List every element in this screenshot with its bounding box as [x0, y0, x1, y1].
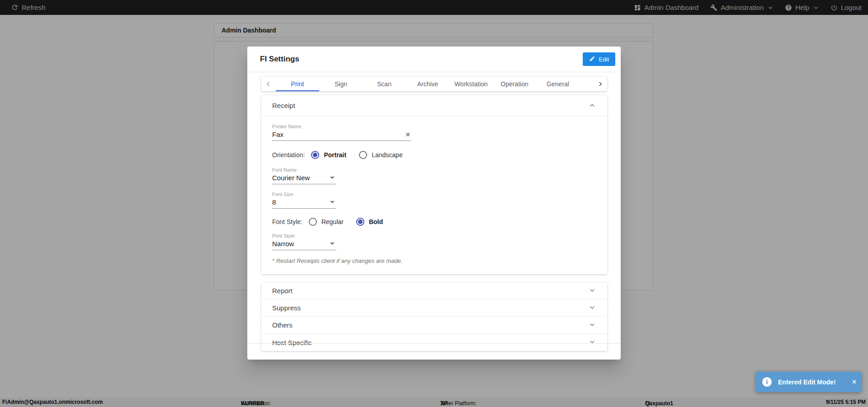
- tab-general[interactable]: General: [536, 76, 580, 91]
- font-name-value: Courier New: [272, 174, 310, 182]
- receipt-panel-body: Printer Name Fax ✕ Orientation: Portrait…: [261, 116, 607, 274]
- pencil-icon: [589, 56, 595, 63]
- printer-name-input[interactable]: Fax: [272, 131, 283, 138]
- chevron-up-icon: [588, 102, 596, 110]
- chevron-down-icon: [588, 303, 596, 313]
- settings-tabbar: Print Sign Scan Archive Workstation Oper…: [261, 76, 607, 91]
- report-panel-header[interactable]: Report: [261, 282, 607, 299]
- collapsed-panels-group: Report Suppress Others Host Specific: [261, 282, 607, 351]
- font-size-value: 8: [272, 198, 276, 206]
- orientation-row: Orientation: Portrait Landscape: [272, 151, 596, 159]
- radio-selected-icon: [356, 218, 364, 226]
- dropdown-arrow-icon: [330, 201, 335, 203]
- dialog-footer: [247, 343, 621, 360]
- font-style-regular-radio[interactable]: Regular: [309, 218, 344, 226]
- clear-icon[interactable]: ✕: [405, 131, 410, 138]
- tabs-strip: Print Sign Scan Archive Workstation Oper…: [276, 76, 593, 91]
- info-icon: i: [762, 377, 772, 387]
- tab-scroll-right-button[interactable]: [593, 76, 607, 91]
- dropdown-arrow-icon: [330, 177, 335, 179]
- font-size-select[interactable]: Font Size 8: [272, 192, 336, 209]
- tab-archive[interactable]: Archive: [406, 76, 449, 91]
- receipt-panel: Receipt Printer Name Fax ✕ Orientation:: [261, 95, 607, 274]
- font-name-select[interactable]: Font Name Courier New: [272, 167, 336, 184]
- dialog-title: FI Settings: [260, 55, 299, 64]
- font-name-label: Font Name: [272, 167, 336, 173]
- radio-unselected-icon: [359, 151, 367, 159]
- printer-name-field: Printer Name Fax ✕: [272, 124, 411, 141]
- tab-workstation[interactable]: Workstation: [449, 76, 493, 91]
- edit-button-label: Edit: [599, 56, 609, 63]
- chevron-down-icon: [588, 320, 596, 330]
- suppress-panel-header[interactable]: Suppress: [261, 299, 607, 317]
- dialog-content: Print Sign Scan Archive Workstation Oper…: [247, 72, 621, 351]
- tab-scroll-left-button[interactable]: [261, 76, 276, 91]
- orientation-portrait-radio[interactable]: Portrait: [311, 151, 346, 159]
- print-style-value: Narrow: [272, 240, 294, 248]
- print-style-select[interactable]: Print Style Narrow: [272, 233, 336, 250]
- fi-settings-dialog: FI Settings Edit Print Sign Scan Archive…: [247, 47, 621, 360]
- print-style-label: Print Style: [272, 233, 336, 239]
- restart-note: * Restart Receipts client if any changes…: [272, 257, 596, 264]
- dropdown-arrow-icon: [330, 243, 335, 245]
- font-style-bold-radio[interactable]: Bold: [356, 218, 383, 226]
- chevron-down-icon: [588, 286, 596, 296]
- printer-name-label: Printer Name: [272, 124, 411, 129]
- toast-close-icon[interactable]: ✕: [852, 379, 857, 385]
- tab-truncated[interactable]: F: [580, 76, 593, 91]
- info-toast[interactable]: i Entered Edit Mode! ✕: [756, 372, 861, 392]
- font-style-row: Font Style: Regular Bold: [272, 218, 596, 226]
- edit-button[interactable]: Edit: [583, 52, 615, 66]
- receipt-panel-header[interactable]: Receipt: [261, 95, 607, 116]
- radio-unselected-icon: [309, 218, 317, 226]
- font-style-label: Font Style:: [272, 218, 302, 225]
- toast-message: Entered Edit Mode!: [778, 379, 852, 386]
- tab-print[interactable]: Print: [276, 76, 319, 91]
- tab-scan[interactable]: Scan: [363, 76, 406, 91]
- radio-selected-icon: [311, 151, 319, 159]
- dialog-header: FI Settings Edit: [247, 47, 621, 72]
- receipt-panel-title: Receipt: [272, 102, 295, 109]
- font-size-label: Font Size: [272, 192, 336, 197]
- tab-operation[interactable]: Operation: [493, 76, 536, 91]
- orientation-landscape-radio[interactable]: Landscape: [359, 151, 403, 159]
- others-panel-header[interactable]: Others: [261, 317, 607, 334]
- tab-sign[interactable]: Sign: [319, 76, 363, 91]
- orientation-label: Orientation:: [272, 151, 305, 159]
